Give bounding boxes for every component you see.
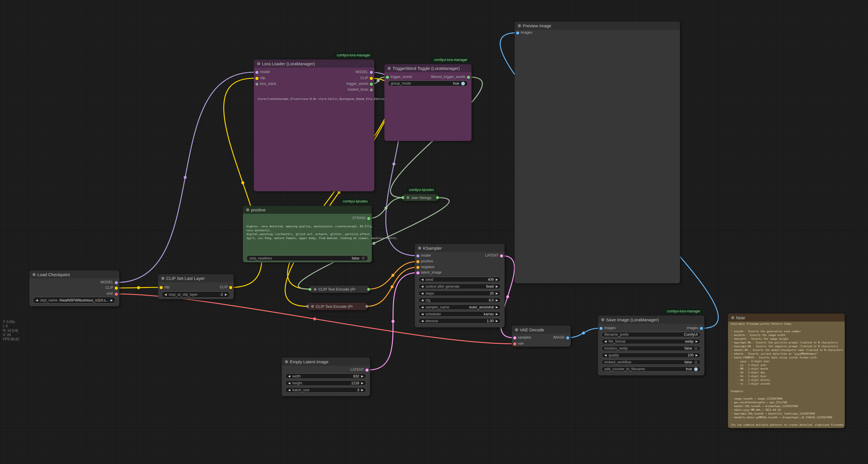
input-port-samples[interactable] — [513, 336, 516, 340]
widget-control after generate[interactable]: ◀control after generatefixed▶ — [418, 284, 501, 289]
toggle-icon[interactable] — [694, 347, 698, 350]
toggle-icon[interactable] — [461, 82, 465, 85]
output-port-loaded_loras[interactable] — [370, 88, 373, 91]
combo-left-arrow-icon[interactable]: ◀ — [421, 299, 424, 302]
combo-left-arrow-icon[interactable]: ◀ — [421, 313, 424, 316]
node-clip_text_encode_negative[interactable]: CLIP Text Encode (Pr — [307, 302, 367, 310]
output-port[interactable] — [365, 305, 368, 308]
combo-left-arrow-icon[interactable]: ◀ — [421, 320, 424, 322]
input-port[interactable] — [309, 288, 311, 291]
combo-left-arrow-icon[interactable]: ◀ — [604, 340, 607, 343]
output-port[interactable] — [367, 288, 370, 291]
node-triggerword_toggle[interactable]: comfyui-lora-managerTriggerWord Toggle (… — [384, 64, 471, 141]
combo-right-arrow-icon[interactable]: ▶ — [496, 299, 498, 302]
prompt-text[interactable]: highres, very detailed, amazing quality,… — [246, 224, 398, 240]
toggle-icon[interactable] — [694, 360, 698, 364]
node-note[interactable]: NoteAvailable filename_prefix Pattern Co… — [728, 314, 845, 428]
widget-strip_newlines[interactable]: strip_newlinesfalse — [246, 256, 368, 261]
output-port-MODEL[interactable] — [370, 71, 373, 74]
widget-filename_prefix[interactable]: filename_prefixComfyUI — [601, 332, 701, 337]
combo-right-arrow-icon[interactable]: ▶ — [695, 340, 698, 343]
output-port-STRING[interactable] — [367, 217, 370, 220]
input-port-vae[interactable] — [513, 342, 516, 346]
combo-right-arrow-icon[interactable]: ▶ — [695, 354, 698, 357]
combo-right-arrow-icon[interactable]: ▶ — [361, 375, 364, 378]
combo-left-arrow-icon[interactable]: ◀ — [288, 382, 290, 385]
node-preview_image[interactable]: Preview Imageimages — [515, 22, 680, 283]
output-port-filtered_trigger_words[interactable] — [467, 76, 470, 79]
output-port-VAE[interactable] — [115, 293, 118, 296]
node-load_checkpoint[interactable]: Load CheckpointMODELCLIPVAE◀ckpt_nameil\… — [29, 270, 119, 307]
output-port-LATENT[interactable] — [500, 254, 503, 257]
combo-left-arrow-icon[interactable]: ◀ — [421, 306, 424, 309]
combo-right-arrow-icon[interactable]: ▶ — [496, 278, 498, 281]
input-port-trigger_words[interactable] — [386, 76, 389, 79]
output-port-IMAGE[interactable] — [566, 336, 569, 340]
input-port-clip[interactable] — [255, 77, 258, 80]
note-text[interactable]: Available filename_prefix Pattern Codes … — [731, 322, 843, 426]
input-port-lora_stack[interactable] — [255, 83, 258, 86]
combo-right-arrow-icon[interactable]: ▶ — [496, 292, 498, 295]
widget-height[interactable]: ◀height1216▶ — [285, 380, 366, 386]
output-port-MODEL[interactable] — [115, 281, 118, 284]
widget-seed[interactable]: ◀seed409▶ — [418, 277, 501, 282]
widget-sampler_name[interactable]: ◀sampler_nameeuler_ancestral▶ — [418, 304, 501, 310]
combo-left-arrow-icon[interactable]: ◀ — [421, 278, 424, 281]
output-port-trigger_words[interactable] — [370, 83, 373, 86]
combo-left-arrow-icon[interactable]: ◀ — [421, 292, 424, 295]
combo-right-arrow-icon[interactable]: ▶ — [111, 299, 113, 302]
combo-left-arrow-icon[interactable]: ◀ — [604, 354, 607, 357]
combo-right-arrow-icon[interactable]: ▶ — [496, 320, 498, 322]
combo-right-arrow-icon[interactable]: ▶ — [496, 306, 498, 309]
widget-lossless_webp[interactable]: lossless_webpfalse — [601, 346, 701, 351]
node-header[interactable] — [728, 314, 845, 322]
node-vae_decode[interactable]: VAE DecodesamplesvaeIMAGE — [512, 326, 571, 347]
widget-width[interactable]: ◀width832▶ — [285, 373, 366, 379]
widget-scheduler[interactable]: ◀schedulerkarras▶ — [418, 311, 501, 317]
node-ksampler[interactable]: KSamplermodelpositivenegativelatent_imag… — [415, 244, 504, 327]
widget-embed_workflow[interactable]: embed_workflowfalse — [601, 359, 701, 365]
node-lora_loader[interactable]: comfyui-lora-managerLora Loader (LoraMan… — [254, 60, 374, 191]
output-port-CLIP[interactable] — [229, 286, 232, 289]
widget-quality[interactable]: ◀quality100▶ — [601, 353, 701, 358]
combo-right-arrow-icon[interactable]: ▶ — [361, 388, 364, 392]
input-port-latent_image[interactable] — [416, 271, 420, 274]
collapse-dot-icon[interactable] — [314, 288, 316, 291]
node-save_image[interactable]: comfyui-lora-managerSave Image (LoraMana… — [598, 316, 704, 375]
output-port-LATENT[interactable] — [365, 369, 369, 372]
node-join_strings[interactable]: comfyui-kjnodesJoin Strings — [403, 194, 438, 201]
combo-right-arrow-icon[interactable]: ▶ — [496, 313, 498, 316]
collapse-dot-icon[interactable] — [311, 305, 314, 308]
input-port-images[interactable] — [516, 31, 519, 34]
input-port-positive[interactable] — [416, 260, 420, 263]
widget-batch_size[interactable]: ◀batch_size3▶ — [285, 387, 366, 393]
combo-left-arrow-icon[interactable]: ◀ — [288, 375, 290, 378]
combo-left-arrow-icon[interactable]: ◀ — [288, 388, 290, 392]
combo-left-arrow-icon[interactable]: ◀ — [164, 293, 167, 296]
node-positive[interactable]: comfyui-kjnodespositiveSTRINGstrip_newli… — [243, 206, 372, 262]
output-port-images[interactable] — [700, 327, 703, 330]
input-port-model[interactable] — [416, 254, 420, 257]
input-port-images[interactable] — [599, 327, 602, 330]
output-port-CLIP[interactable] — [115, 287, 118, 290]
widget-group_mode[interactable]: group_modetrue — [388, 81, 468, 86]
node-empty_latent_image[interactable]: Empty Latent ImageLATENT◀width832▶◀heigh… — [282, 357, 370, 396]
combo-right-arrow-icon[interactable]: ▶ — [361, 382, 364, 385]
node-clip_set_last_layer[interactable]: CLIP Set Last LayerclipCLIP◀stop_at_clip… — [158, 274, 234, 299]
input-port[interactable] — [306, 305, 309, 308]
widget-cfg[interactable]: ◀cfg8.0▶ — [418, 297, 501, 303]
collapse-dot-icon[interactable] — [407, 196, 409, 199]
widget-stop_at_clip_layer[interactable]: ◀stop_at_clip_layer-2▶ — [162, 291, 230, 298]
workflow-canvas[interactable]: Load CheckpointMODELCLIPVAE◀ckpt_nameil\… — [0, 0, 868, 464]
combo-right-arrow-icon[interactable]: ▶ — [225, 293, 227, 296]
input-port-negative[interactable] — [416, 266, 420, 269]
widget-ckpt_name[interactable]: ◀ckpt_nameil\waiNSFWIllustrious_v110.s..… — [33, 297, 116, 303]
toggle-icon[interactable] — [362, 256, 365, 260]
output-port[interactable] — [436, 196, 439, 199]
toggle-icon[interactable] — [694, 367, 698, 371]
combo-right-arrow-icon[interactable]: ▶ — [496, 285, 498, 288]
input-port-model[interactable] — [255, 71, 258, 74]
combo-left-arrow-icon[interactable]: ◀ — [36, 299, 38, 302]
input-port-clip[interactable] — [160, 286, 163, 289]
widget-steps[interactable]: ◀steps20▶ — [418, 291, 501, 296]
